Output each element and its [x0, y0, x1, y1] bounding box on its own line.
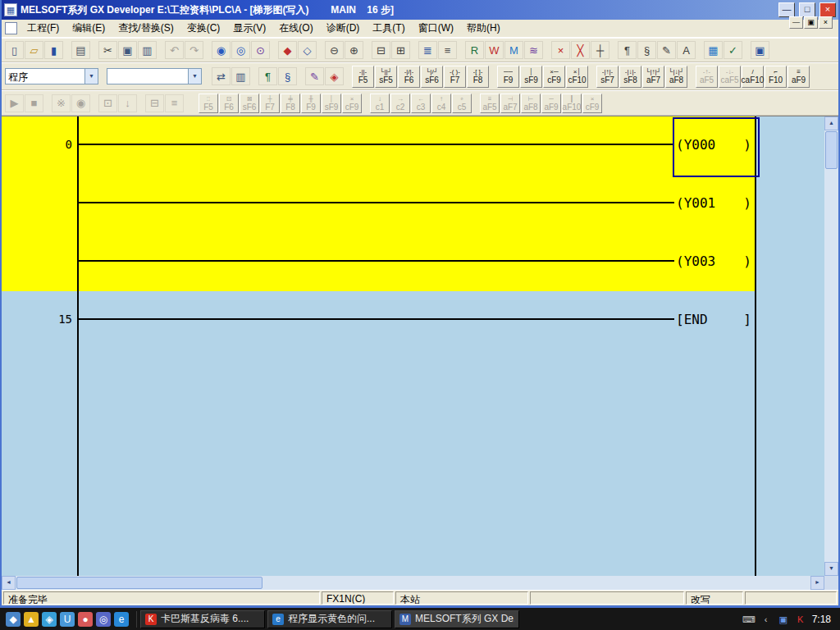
horizontal-scroll-thumb[interactable]: [16, 577, 262, 589]
vertical-scroll-thumb[interactable]: [825, 131, 838, 169]
instruction-list-mode-button[interactable]: ≡: [438, 41, 457, 59]
data-select[interactable]: ▼: [107, 68, 202, 84]
ladder-symbol-key[interactable]: ≡ aF9: [788, 66, 810, 88]
ladder-symbol-key[interactable]: / caF10: [742, 66, 764, 88]
quick-launch-5-icon[interactable]: ●: [78, 612, 93, 627]
quick-launch-ie-icon[interactable]: e: [114, 612, 129, 627]
menu-view[interactable]: 显示(V): [226, 19, 272, 38]
note-display-button[interactable]: ✎: [657, 41, 676, 59]
undo-button[interactable]: ↶: [165, 41, 184, 59]
delete-row-button[interactable]: ×: [551, 41, 570, 59]
delete-column-button[interactable]: ╳: [571, 41, 590, 59]
monitor-mode-button[interactable]: M: [504, 41, 523, 59]
menu-convert[interactable]: 变换(C): [180, 19, 227, 38]
insert-row-button[interactable]: ┼: [591, 41, 609, 59]
comment-display-button[interactable]: ¶: [618, 41, 637, 59]
menu-window[interactable]: 窗口(W): [412, 19, 460, 38]
find-button[interactable]: ◉: [212, 41, 231, 59]
chevron-down-icon[interactable]: ▼: [188, 69, 201, 84]
ladder-symbol-key[interactable]: -|↑|- sF7: [596, 66, 619, 88]
zoom-in-button[interactable]: ⊕: [345, 41, 363, 59]
device-use-list-button[interactable]: ◇: [298, 41, 317, 59]
task-gx-developer[interactable]: M MELSOFT系列 GX De...: [395, 610, 519, 628]
pc-monitor-button[interactable]: ▣: [751, 41, 769, 59]
ladder-rung[interactable]: 15 [ END ]: [2, 291, 824, 349]
ladder-symbol-key[interactable]: ── F9: [497, 66, 519, 88]
ladder-symbol-key[interactable]: -||- F5: [352, 66, 374, 88]
ladder-symbol-key[interactable]: └|↓|┘ aF8: [665, 66, 687, 88]
ladder-symbol-key[interactable]: ⌐ F10: [765, 66, 787, 88]
print-button[interactable]: ▤: [71, 41, 90, 59]
task-browser[interactable]: e 程序显示黄色的问...: [267, 610, 392, 628]
window-split-button[interactable]: ▥: [231, 67, 250, 85]
scroll-down-icon[interactable]: ▼: [824, 562, 838, 576]
project-data-list-button[interactable]: ⇄: [212, 67, 231, 85]
vertical-scrollbar[interactable]: ▲ ▼: [824, 116, 838, 576]
ladder-symbol-key[interactable]: -↓- caF5: [719, 66, 741, 88]
statement-edit-button[interactable]: §: [278, 67, 297, 85]
output-element[interactable]: [ END ]: [674, 311, 755, 327]
new-project-button[interactable]: ▯: [5, 41, 24, 59]
program-select[interactable]: 程序 ▼: [5, 68, 98, 84]
ladder-symbol-key[interactable]: └|↑|┘ aF7: [642, 66, 664, 88]
maximize-button[interactable]: □: [799, 2, 815, 17]
program-check-button[interactable]: ✓: [724, 41, 742, 59]
alias-display-button[interactable]: A: [677, 41, 696, 59]
menu-tools[interactable]: 工具(T): [366, 19, 411, 38]
find-device-button[interactable]: ◎: [231, 41, 250, 59]
quick-launch-2-icon[interactable]: ▲: [24, 612, 39, 627]
ladder-symbol-key[interactable]: -↑- aF5: [696, 66, 718, 88]
quick-launch-1-icon[interactable]: ◆: [6, 612, 21, 627]
paste-button[interactable]: ▥: [138, 41, 157, 59]
save-project-button[interactable]: ▮: [44, 41, 63, 59]
read-mode-button[interactable]: R: [465, 41, 484, 59]
output-element[interactable]: ( Y001 ): [674, 194, 755, 211]
kaspersky-tray-icon[interactable]: K: [794, 613, 807, 626]
menu-online[interactable]: 在线(O): [272, 19, 319, 38]
zoom-out-button[interactable]: ⊖: [325, 41, 344, 59]
menu-diagnostics[interactable]: 诊断(D): [320, 19, 367, 38]
minimize-button[interactable]: —: [778, 2, 795, 17]
keyboard-indicator-icon[interactable]: ⌨: [742, 613, 756, 626]
menu-edit[interactable]: 编辑(E): [66, 19, 112, 38]
monitor-write-mode-button[interactable]: ≋: [524, 41, 543, 59]
quick-launch-6-icon[interactable]: ◎: [96, 612, 111, 627]
menu-project[interactable]: 工程(F): [21, 19, 66, 38]
menu-help[interactable]: 帮助(H): [460, 19, 507, 38]
collapse-tray-icon[interactable]: ‹: [760, 613, 773, 626]
output-element[interactable]: ( Y003 ): [674, 253, 755, 269]
device-monitor-button[interactable]: ▦: [704, 41, 723, 59]
ladder-symbol-key[interactable]: -( )- F7: [444, 66, 466, 88]
macro-button[interactable]: ✎: [305, 67, 324, 85]
copy-button[interactable]: ▣: [118, 41, 137, 59]
task-kaspersky[interactable]: K 卡巴斯基反病毒 6....: [140, 610, 265, 628]
ladder-symbol-key[interactable]: -|↓|- sF8: [619, 66, 641, 88]
output-element[interactable]: ( Y000 ): [674, 136, 755, 153]
mdi-child-icon[interactable]: [5, 22, 17, 34]
ladder-symbol-key[interactable]: └||┘ sF5: [375, 66, 397, 88]
statement-display-button[interactable]: §: [637, 41, 656, 59]
menu-find-replace[interactable]: 查找/替换(S): [112, 19, 180, 38]
find-replace-button[interactable]: ⊙: [251, 41, 270, 59]
ladder-symbol-key[interactable]: -|/|- F6: [398, 66, 420, 88]
ladder-symbol-key[interactable]: ×│ cF10: [566, 66, 588, 88]
horizontal-scrollbar[interactable]: ◄ ►: [2, 576, 824, 590]
quick-launch-u-icon[interactable]: U: [60, 612, 75, 627]
ladder-rung[interactable]: ( Y001 ): [2, 175, 824, 233]
comment-edit-button[interactable]: ¶: [258, 67, 277, 85]
close-button[interactable]: ×: [819, 2, 836, 17]
cut-button[interactable]: ✂: [98, 41, 117, 59]
ladder-rung[interactable]: ( Y003 ): [2, 233, 824, 291]
scroll-left-icon[interactable]: ◄: [2, 576, 16, 590]
ladder-symbol-key[interactable]: └|/┘ sF6: [421, 66, 443, 88]
mdi-minimize-button[interactable]: —: [789, 16, 803, 29]
ladder-canvas[interactable]: 0 ( Y000 ) ( Y001 ): [2, 116, 824, 576]
chevron-down-icon[interactable]: ▼: [84, 69, 98, 84]
quick-launch-3-icon[interactable]: ◈: [42, 612, 57, 627]
ladder-symbol-key[interactable]: ×─ cF9: [543, 66, 565, 88]
network-tray-icon[interactable]: ▣: [777, 613, 790, 626]
ladder-mode-button[interactable]: ≣: [418, 41, 437, 59]
cross-reference-button[interactable]: ◆: [278, 41, 297, 59]
write-mode-button[interactable]: W: [485, 41, 504, 59]
mdi-close-button[interactable]: ×: [819, 16, 833, 29]
